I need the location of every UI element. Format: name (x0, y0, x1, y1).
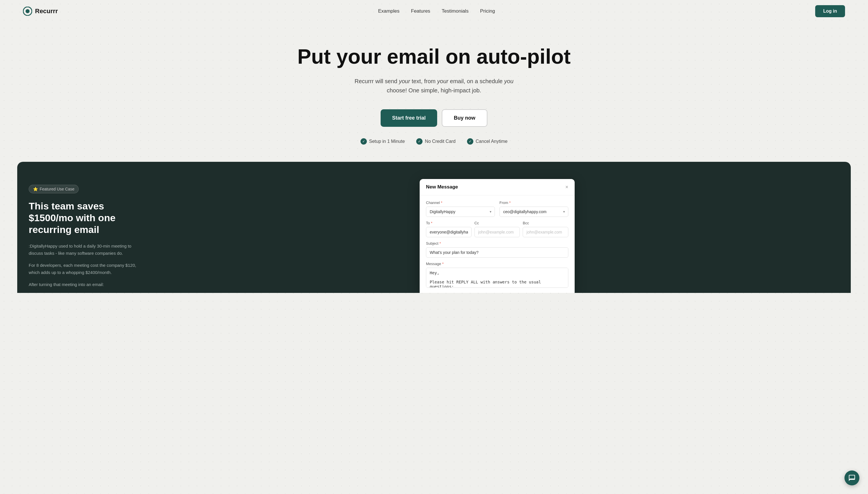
cc-group: Cc (475, 221, 520, 237)
bcc-input[interactable] (523, 227, 568, 237)
chat-bubble-button[interactable] (845, 471, 860, 486)
subject-label: Subject * (426, 241, 568, 246)
subject-group: Subject * (426, 241, 568, 258)
from-group: From * ceo@digitallyhappy.com (499, 201, 568, 217)
channel-label: Channel * (426, 201, 495, 205)
logo-icon (23, 6, 32, 16)
hero-title: Put your email on auto-pilot (6, 45, 862, 68)
logo-link[interactable]: Recurrr (23, 6, 58, 16)
modal-header: New Message × (420, 179, 575, 195)
hero-subtitle: Recurrr will send your text, from your e… (6, 77, 862, 95)
svg-point-1 (25, 9, 30, 13)
badge-no-cc: ✓ No Credit Card (416, 138, 456, 145)
modal-title: New Message (426, 184, 458, 190)
chat-icon (848, 474, 856, 482)
subject-input[interactable] (426, 247, 568, 258)
nav-examples[interactable]: Examples (378, 8, 400, 14)
check-icon-cc: ✓ (416, 138, 423, 145)
message-label: Message * (426, 262, 568, 266)
demo-left: ⭐ Featured Use Case This team saves $150… (29, 179, 138, 293)
badge-star-icon: ⭐ (33, 187, 38, 191)
check-icon-cancel: ✓ (467, 138, 473, 145)
featured-badge-label: Featured Use Case (40, 187, 74, 191)
navbar: Recurrr Examples Features Testimonials P… (0, 0, 868, 22)
demo-section: ⭐ Featured Use Case This team saves $150… (17, 162, 851, 293)
channel-from-row: Channel * DigitallyHappy From * (426, 201, 568, 217)
badge-cancel: ✓ Cancel Anytime (467, 138, 507, 145)
badge-cancel-label: Cancel Anytime (476, 139, 507, 144)
hero-section: Put your email on auto-pilot Recurrr wil… (0, 22, 868, 162)
from-select[interactable]: ceo@digitallyhappy.com (499, 207, 568, 217)
nav-features[interactable]: Features (411, 8, 430, 14)
buy-now-button[interactable]: Buy now (442, 109, 487, 127)
message-group: Message * Hey, Please hit REPLY ALL with… (426, 262, 568, 288)
to-group: To * (426, 221, 472, 237)
to-label: To * (426, 221, 472, 225)
demo-desc-1: :DigitallyHappy used to hold a daily 30-… (29, 242, 138, 257)
to-cc-bcc-row: To * Cc Bcc (426, 221, 568, 237)
nav-testimonials[interactable]: Testimonials (442, 8, 469, 14)
cc-input[interactable] (475, 227, 520, 237)
nav-pricing[interactable]: Pricing (480, 8, 495, 14)
logo-text: Recurrr (35, 7, 58, 15)
start-trial-button[interactable]: Start free trial (381, 109, 437, 127)
featured-badge: ⭐ Featured Use Case (29, 185, 79, 193)
from-label: From * (499, 201, 568, 205)
check-icon-setup: ✓ (361, 138, 367, 145)
modal-close-button[interactable]: × (565, 185, 568, 190)
channel-select-wrapper: DigitallyHappy (426, 207, 495, 217)
message-textarea[interactable]: Hey, Please hit REPLY ALL with answers t… (426, 268, 568, 288)
hero-buttons: Start free trial Buy now (6, 109, 862, 127)
email-modal: New Message × Channel * DigitallyHappy (420, 179, 575, 293)
bcc-label: Bcc (523, 221, 568, 225)
demo-desc-3: After turning that meeting into an email… (29, 281, 138, 288)
from-select-wrapper: ceo@digitallyhappy.com (499, 207, 568, 217)
channel-select[interactable]: DigitallyHappy (426, 207, 495, 217)
hero-trust-badges: ✓ Setup in 1 Minute ✓ No Credit Card ✓ C… (6, 138, 862, 145)
demo-title: This team saves $1500/mo with one recurr… (29, 200, 138, 235)
login-button[interactable]: Log in (815, 5, 845, 17)
nav-links: Examples Features Testimonials Pricing (378, 8, 495, 14)
badge-no-cc-label: No Credit Card (425, 139, 456, 144)
demo-right: New Message × Channel * DigitallyHappy (155, 179, 839, 293)
modal-body: Channel * DigitallyHappy From * (420, 195, 575, 293)
bcc-group: Bcc (523, 221, 568, 237)
demo-desc-2: For 8 developers, each meeting cost the … (29, 262, 138, 276)
cc-label: Cc (475, 221, 520, 225)
channel-group: Channel * DigitallyHappy (426, 201, 495, 217)
badge-setup-label: Setup in 1 Minute (369, 139, 405, 144)
to-input[interactable] (426, 227, 472, 237)
badge-setup: ✓ Setup in 1 Minute (361, 138, 405, 145)
